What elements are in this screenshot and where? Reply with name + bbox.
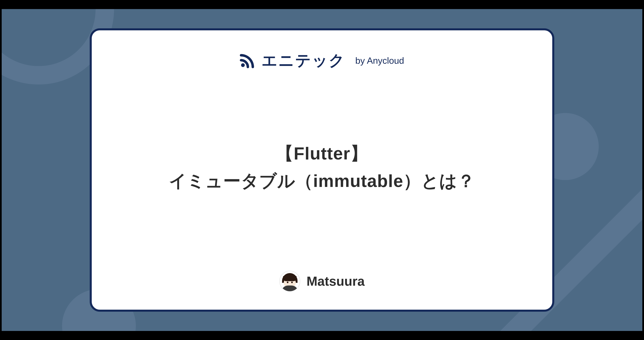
author-name: Matsuura (306, 274, 365, 289)
title-block: 【Flutter】 イミュータブル（immutable）とは？ (169, 64, 475, 271)
content-card: エニテック by Anycloud 【Flutter】 イミュータブル（immu… (90, 28, 554, 312)
author-block: Matsuura (280, 271, 365, 292)
title-line-1: 【Flutter】 (276, 142, 368, 166)
avatar-bangs (283, 276, 296, 281)
background-panel: エニテック by Anycloud 【Flutter】 イミュータブル（immu… (2, 9, 642, 331)
title-line-2: イミュータブル（immutable）とは？ (169, 170, 475, 193)
avatar-body (282, 286, 298, 292)
letterbox: エニテック by Anycloud 【Flutter】 イミュータブル（immu… (0, 0, 644, 340)
avatar (280, 271, 300, 292)
avatar-eye-right (291, 282, 293, 283)
avatar-eye-left (287, 282, 288, 283)
